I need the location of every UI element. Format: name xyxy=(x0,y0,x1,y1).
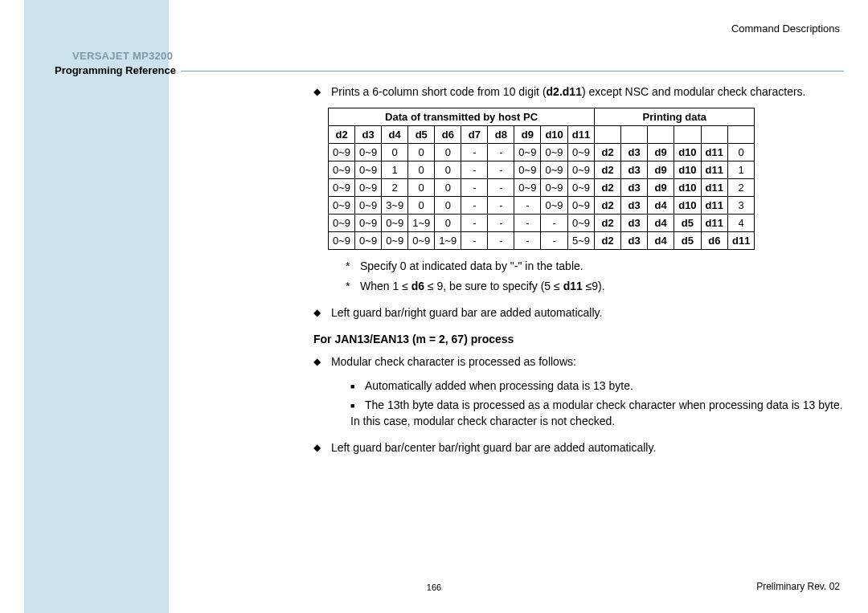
col-head xyxy=(728,126,755,144)
sidebar-band xyxy=(24,0,169,613)
table-cell: - xyxy=(461,197,488,215)
table-row: 0~90~9200--0~90~90~9d2d3d9d10d112 xyxy=(329,179,755,197)
table-cell: 0~9 xyxy=(541,161,567,179)
table-cell: 0 xyxy=(435,215,461,232)
col-head: d7 xyxy=(461,126,488,144)
table-cell: 0 xyxy=(408,197,435,215)
table-cell: 0 xyxy=(728,144,755,161)
text: Left guard bar/right guard bar are added… xyxy=(331,306,603,319)
table-cell: d10 xyxy=(674,179,701,197)
table-cell: 0~9 xyxy=(514,179,541,197)
table-cell: 0~9 xyxy=(541,179,567,197)
table-row: 0~90~90~90~91~9----5~9d2d3d4d5d6d11 xyxy=(329,232,755,250)
table-cell: 0 xyxy=(435,161,461,179)
table-cell: d2 xyxy=(595,215,621,232)
table-cell: d4 xyxy=(648,215,674,232)
table-cell: - xyxy=(514,232,541,250)
table-cell: 0~9 xyxy=(355,161,382,179)
table-cell: d11 xyxy=(728,232,755,250)
table-cell: 0~9 xyxy=(541,144,567,161)
table-cell: 0~9 xyxy=(541,197,567,215)
col-head: d11 xyxy=(567,126,594,144)
text: ) except NSC and modular check character… xyxy=(582,85,806,98)
text: ≤ 9, be sure to specify (5 ≤ xyxy=(424,280,563,292)
table-cell: 0~9 xyxy=(567,197,594,215)
table-cell: 1 xyxy=(382,161,408,179)
text: Prints a 6-column short code from 10 dig… xyxy=(331,85,547,98)
table-header-row: Data of transmitted by host PC Printing … xyxy=(329,108,755,126)
col-head xyxy=(701,126,727,144)
text-bold: d11 xyxy=(563,280,583,292)
table-cell: d11 xyxy=(701,197,727,215)
table-cell: - xyxy=(488,197,514,215)
table-cell: - xyxy=(461,215,488,232)
table-cell: d2 xyxy=(595,197,621,215)
table-cell: d11 xyxy=(701,144,727,161)
table-cell: 5~9 xyxy=(567,232,594,250)
text-bold: d2.d11 xyxy=(547,85,582,98)
col-head: d9 xyxy=(514,126,541,144)
table-cell: 0 xyxy=(408,144,435,161)
col-head xyxy=(595,126,621,144)
table-cell: d3 xyxy=(621,144,648,161)
doc-subtitle: Programming Reference xyxy=(55,64,176,76)
table-cell: d9 xyxy=(648,144,674,161)
col-head: d4 xyxy=(382,126,408,144)
diamond-icon: ◆ xyxy=(313,441,321,455)
table-cell: - xyxy=(461,232,488,250)
table-cell: 0~9 xyxy=(355,179,382,197)
table-cell: 0~9 xyxy=(514,161,541,179)
table-cell: d9 xyxy=(648,161,674,179)
bullet-item: ◆ Left guard bar/center bar/right guard … xyxy=(328,439,844,456)
table-cell: 0~9 xyxy=(355,232,382,250)
table-cell: - xyxy=(488,232,514,250)
table-cell: d3 xyxy=(621,161,648,179)
table-cell: 0~9 xyxy=(567,179,594,197)
table-cell: 1~9 xyxy=(408,215,435,232)
table-header: Data of transmitted by host PC xyxy=(329,108,595,126)
col-head xyxy=(621,126,648,144)
table-cell: 0~9 xyxy=(382,232,408,250)
table-cell: 3~9 xyxy=(382,197,408,215)
col-head xyxy=(648,126,674,144)
table-cell: - xyxy=(461,179,488,197)
table-cell: d10 xyxy=(674,161,701,179)
table-cell: 0~9 xyxy=(329,232,355,250)
table-cell: - xyxy=(461,161,488,179)
text: ≤9). xyxy=(583,280,605,292)
table-cell: d4 xyxy=(648,197,674,215)
table-cell: d10 xyxy=(674,197,701,215)
table-cell: 0 xyxy=(435,197,461,215)
diamond-icon: ◆ xyxy=(313,85,321,99)
table-cell: 0~9 xyxy=(329,179,355,197)
horizontal-rule xyxy=(181,71,844,72)
note: *When 1 ≤ d6 ≤ 9, be sure to specify (5 … xyxy=(346,278,844,295)
table-cell: - xyxy=(541,215,567,232)
bullet-item: ◆ Prints a 6-column short code from 10 d… xyxy=(328,84,844,100)
asterisk-icon: * xyxy=(346,258,360,275)
table-cell: d3 xyxy=(621,179,648,197)
table-cell: - xyxy=(488,161,514,179)
asterisk-icon: * xyxy=(346,278,360,295)
table-cell: 0~9 xyxy=(355,144,382,161)
table-cell: d5 xyxy=(674,232,701,250)
square-icon: ■ xyxy=(350,382,358,392)
table-cell: - xyxy=(461,144,488,161)
table-cell: 0~9 xyxy=(329,215,355,232)
table-cell: 0~9 xyxy=(567,215,594,232)
col-head: d6 xyxy=(435,126,461,144)
bullet-item: ◆ Modular check character is processed a… xyxy=(328,353,844,370)
doc-title: VERSAJET MP3200 xyxy=(72,50,173,62)
table-cell: d5 xyxy=(674,215,701,232)
text: Automatically added when processing data… xyxy=(365,379,633,392)
table-row: 0~90~90~91~90----0~9d2d3d4d5d114 xyxy=(329,215,755,232)
table-cell: d11 xyxy=(701,215,727,232)
table-cell: 1~9 xyxy=(435,232,461,250)
text: Specify 0 at indicated data by "-" in th… xyxy=(360,260,583,272)
table-cell: 0~9 xyxy=(514,144,541,161)
table-row: 0~90~93~900---0~90~9d2d3d4d10d113 xyxy=(329,197,755,215)
data-table: Data of transmitted by host PC Printing … xyxy=(328,108,755,250)
table-cell: d6 xyxy=(701,232,727,250)
section-subhead: For JAN13/EAN13 (m = 2, 67) process xyxy=(313,333,844,345)
table-cell: - xyxy=(514,215,541,232)
